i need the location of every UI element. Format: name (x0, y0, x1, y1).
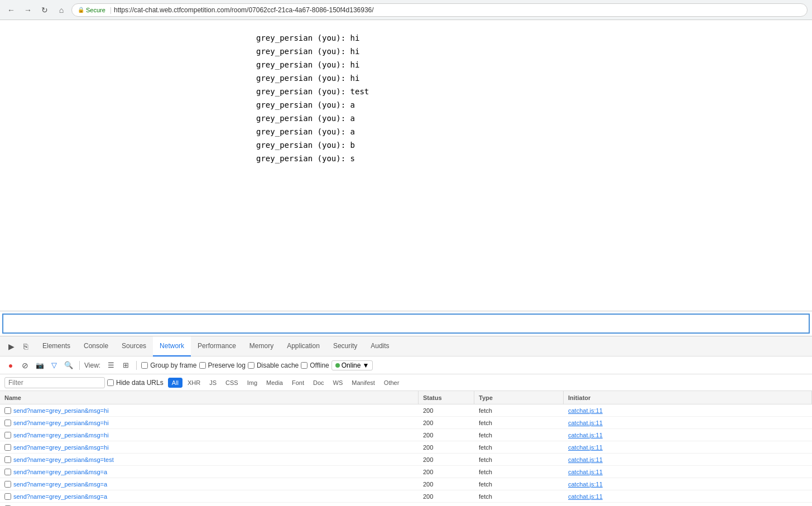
row-checkbox[interactable] (4, 481, 11, 488)
cell-name: send?name=grey_persian&msg=hi (0, 432, 419, 438)
cell-initiator: catchat.js:11 (564, 469, 812, 475)
preserve-log-checkbox[interactable] (199, 362, 206, 369)
record-button[interactable]: ● (4, 359, 17, 372)
initiator-link[interactable]: catchat.js:11 (568, 420, 603, 426)
cell-initiator: catchat.js:11 (564, 493, 812, 500)
tab-sources[interactable]: Sources (115, 336, 153, 356)
tab-performance[interactable]: Performance (191, 336, 243, 356)
row-checkbox[interactable] (4, 493, 11, 500)
tab-audits[interactable]: Audits (364, 336, 396, 356)
hide-data-urls-label[interactable]: Hide data URLs (107, 379, 164, 387)
disable-cache-label[interactable]: Disable cache (248, 362, 299, 369)
table-row[interactable]: send?name=grey_persian&msg=a200fetchcatc… (0, 466, 812, 478)
search-button[interactable]: 🔍 (63, 359, 75, 372)
stop-record-button[interactable]: ⊘ (19, 359, 31, 372)
filter-type-other[interactable]: Other (380, 378, 403, 388)
filter-type-media[interactable]: Media (262, 378, 287, 388)
tab-memory[interactable]: Memory (243, 336, 280, 356)
network-toolbar: ● ⊘ 📷 ▽ 🔍 View: ☰ ⊞ Group by frame Prese… (0, 356, 812, 374)
table-row[interactable]: send?name=grey_persian&msg=hi200fetchcat… (0, 417, 812, 429)
filter-type-all[interactable]: All (168, 378, 182, 388)
cell-status: 200 (419, 481, 474, 488)
cell-name: send?name=grey_persian&msg=a (0, 493, 419, 500)
filter-type-js[interactable]: JS (205, 378, 220, 388)
tab-console[interactable]: Console (77, 336, 115, 356)
back-button[interactable]: ← (4, 3, 18, 17)
row-checkbox[interactable] (4, 456, 11, 463)
group-by-frame-label[interactable]: Group by frame (141, 362, 196, 369)
column-status: Status (419, 391, 474, 404)
secure-badge: Secure (78, 7, 105, 13)
initiator-link[interactable]: catchat.js:11 (568, 407, 603, 414)
row-checkbox[interactable] (4, 407, 11, 414)
table-row[interactable]: send?name=grey_persian&msg=b200fetchcatc… (0, 503, 812, 506)
cell-type: fetch (474, 432, 564, 438)
row-checkbox[interactable] (4, 444, 11, 451)
column-type: Type (474, 391, 564, 404)
cell-status: 200 (419, 469, 474, 475)
filter-type-font[interactable]: Font (288, 378, 308, 388)
cell-name: send?name=grey_persian&msg=hi (0, 444, 419, 451)
initiator-link[interactable]: catchat.js:11 (568, 432, 603, 438)
table-row[interactable]: send?name=grey_persian&msg=hi200fetchcat… (0, 429, 812, 441)
table-row[interactable]: send?name=grey_persian&msg=a200fetchcatc… (0, 490, 812, 503)
message-input[interactable] (2, 314, 810, 334)
initiator-link[interactable]: catchat.js:11 (568, 469, 603, 475)
chat-message: grey_persian (you): a (0, 98, 812, 112)
filter-type-doc[interactable]: Doc (309, 378, 328, 388)
cell-name: send?name=grey_persian&msg=test (0, 456, 419, 463)
network-table: Name Status Type Initiator send?name=gre… (0, 391, 812, 506)
online-dropdown-icon: ▼ (362, 362, 369, 369)
tab-application[interactable]: Application (280, 336, 326, 356)
address-bar[interactable]: Secure | https://cat-chat.web.ctfcompeti… (71, 3, 808, 17)
filter-type-css[interactable]: CSS (222, 378, 242, 388)
group-by-frame-checkbox[interactable] (141, 362, 148, 369)
view-label: View: (84, 362, 100, 369)
filter-bar: Hide data URLs AllXHRJSCSSImgMediaFontDo… (0, 374, 812, 391)
initiator-link[interactable]: catchat.js:11 (568, 444, 603, 451)
table-row[interactable]: send?name=grey_persian&msg=a200fetchcatc… (0, 478, 812, 490)
device-toolbar-btn[interactable]: ⎘ (19, 340, 32, 353)
filter-input[interactable] (4, 377, 105, 388)
initiator-link[interactable]: catchat.js:11 (568, 481, 603, 488)
filter-type-xhr[interactable]: XHR (184, 378, 204, 388)
disable-cache-checkbox[interactable] (248, 362, 254, 369)
cell-initiator: catchat.js:11 (564, 432, 812, 438)
cell-name: send?name=grey_persian&msg=hi (0, 407, 419, 414)
offline-label[interactable]: Offline (301, 362, 329, 369)
table-body: send?name=grey_persian&msg=hi200fetchcat… (0, 404, 812, 506)
row-checkbox[interactable] (4, 432, 11, 438)
tab-elements[interactable]: Elements (36, 336, 77, 356)
cell-initiator: catchat.js:11 (564, 444, 812, 451)
online-button[interactable]: Online ▼ (331, 360, 373, 370)
hide-data-urls-checkbox[interactable] (107, 379, 114, 386)
online-label: Online (342, 362, 361, 369)
cell-type: fetch (474, 420, 564, 426)
initiator-link[interactable]: catchat.js:11 (568, 493, 603, 500)
view-tree-btn[interactable]: ⊞ (119, 359, 132, 372)
column-name: Name (0, 391, 419, 404)
online-dot (335, 363, 340, 368)
filter-type-img[interactable]: Img (243, 378, 261, 388)
filter-type-manifest[interactable]: Manifest (348, 378, 379, 388)
screenshot-button[interactable]: 📷 (33, 359, 46, 372)
inspector-icon-btn[interactable]: ▶ (4, 340, 18, 353)
table-row[interactable]: send?name=grey_persian&msg=hi200fetchcat… (0, 404, 812, 417)
table-row[interactable]: send?name=grey_persian&msg=test200fetchc… (0, 454, 812, 466)
initiator-link[interactable]: catchat.js:11 (568, 456, 603, 463)
filter-type-ws[interactable]: WS (329, 378, 347, 388)
home-button[interactable]: ⌂ (55, 3, 68, 17)
filter-type-buttons: AllXHRJSCSSImgMediaFontDocWSManifestOthe… (168, 378, 403, 388)
preserve-log-label[interactable]: Preserve log (199, 362, 246, 369)
view-list-btn[interactable]: ☰ (105, 359, 117, 372)
forward-button[interactable]: → (21, 3, 35, 17)
tab-security[interactable]: Security (326, 336, 364, 356)
filter-toggle-button[interactable]: ▽ (48, 359, 60, 372)
offline-checkbox[interactable] (301, 362, 307, 369)
row-checkbox[interactable] (4, 420, 11, 426)
reload-button[interactable]: ↻ (38, 3, 51, 17)
column-initiator: Initiator (564, 391, 812, 404)
row-checkbox[interactable] (4, 469, 11, 475)
tab-network[interactable]: Network (153, 336, 191, 356)
table-row[interactable]: send?name=grey_persian&msg=hi200fetchcat… (0, 441, 812, 454)
